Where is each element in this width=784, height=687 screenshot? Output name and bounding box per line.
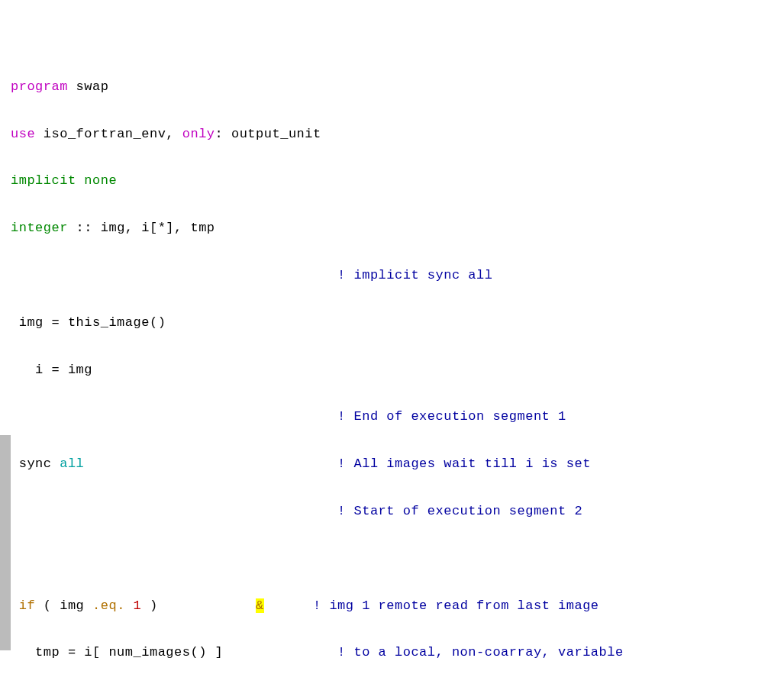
comment: ! All images wait till i is set [337,456,591,471]
text: : output_unit [215,127,321,141]
comment: ! to a local, non-coarray, variable [337,645,624,660]
text: img = this_image() [11,315,166,330]
code-area[interactable]: program swap use iso_fortran_env, only: … [11,0,784,687]
text: iso_fortran_env, [35,127,182,141]
code-line: i = img [11,361,784,379]
code-line: ! End of execution segment 1 [11,408,784,426]
comment: ! Start of execution segment 2 [337,504,582,518]
operator-eq: .eq. [92,598,125,613]
text: sync [11,456,60,471]
text: ) [141,598,256,613]
code-line: tmp = i[ num_images() ] ! to a local, no… [11,643,784,662]
editor-gutter [0,0,11,687]
text: tmp = i[ num_images() ] [11,645,223,660]
code-line: use iso_fortran_env, only: output_unit [11,125,784,144]
text: :: img, i[*], tmp [68,221,215,235]
literal-number: 1 [125,598,141,613]
code-line: integer :: img, i[*], tmp [11,219,784,237]
text: i = img [11,363,92,377]
identifier: swap [68,79,109,94]
code-line: ! Start of execution segment 2 [11,502,784,521]
keyword-implicit-none: implicit none [11,173,117,188]
keyword-all: all [60,456,84,471]
keyword-if: if [11,598,35,613]
text: ( img [35,598,92,613]
continuation-amp: & [256,598,264,613]
code-line: program swap [11,78,784,96]
code-line: img = this_image() [11,314,784,332]
code-line: sync all ! All images wait till i is set [11,455,784,473]
comment: ! img 1 remote read from last image [313,598,599,613]
comment: ! End of execution segment 1 [337,409,566,424]
keyword-only: only [182,127,215,141]
code-line: if ( img .eq. 1 ) & ! img 1 remote read … [11,597,784,615]
comment: ! implicit sync all [337,268,492,282]
keyword-integer: integer [11,221,68,235]
editor-viewport[interactable]: program swap use iso_fortran_env, only: … [0,0,784,687]
keyword-program: program [11,79,68,94]
keyword-use: use [11,127,35,141]
code-line: implicit none [11,172,784,190]
status-bar: 38,1 Bot [11,669,784,687]
gutter-highlight [0,435,11,650]
code-line: ! implicit sync all [11,266,784,285]
